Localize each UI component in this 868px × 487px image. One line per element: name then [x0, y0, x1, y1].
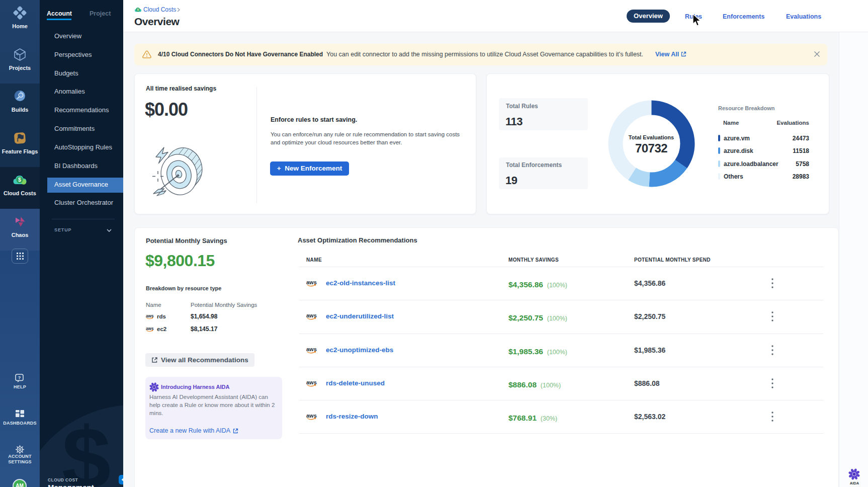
- svg-text:?: ?: [18, 375, 21, 380]
- svg-text:$: $: [18, 177, 21, 183]
